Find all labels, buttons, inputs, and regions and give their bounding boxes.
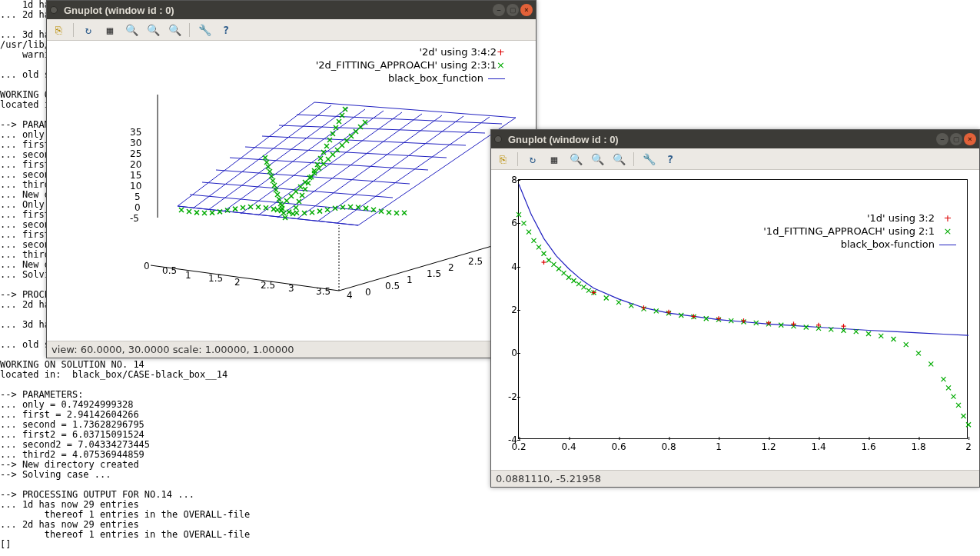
gnuplot-window-2d: Gnuplot (window id : 0) – ▢ × ⎘ ↻ ▦ 🔍 🔍 … — [490, 129, 980, 488]
status-text: 0.0881110, -5.21958 — [496, 473, 601, 484]
grid-icon[interactable]: ▦ — [547, 152, 561, 166]
zoom-fit-icon[interactable]: 🔍 — [612, 152, 626, 166]
legend-2d: '1d' using 3:2+'1d_FITTING_APPROACH' usi… — [763, 211, 956, 251]
app-icon — [494, 135, 502, 143]
svg-line-8 — [337, 117, 490, 223]
svg-line-14 — [245, 147, 447, 158]
statusbar: 0.0881110, -5.21958 — [491, 470, 979, 487]
statusbar: view: 60.0000, 30.0000 scale: 1.00000, 1… — [47, 341, 536, 358]
refresh-icon[interactable]: ↻ — [81, 23, 95, 37]
toolbar: ⎘ ↻ ▦ 🔍 🔍 🔍 🔧 ? — [47, 19, 536, 41]
surface-plot — [47, 41, 536, 339]
copy-icon[interactable]: ⎘ — [51, 23, 65, 37]
maximize-button[interactable]: ▢ — [507, 4, 519, 16]
plot-area-2d[interactable]: -4-2024680.20.40.60.811.21.41.61.82 '1d'… — [491, 170, 979, 470]
zoom-in-icon[interactable]: 🔍 — [125, 23, 138, 37]
grid-icon[interactable]: ▦ — [103, 23, 117, 37]
maximize-button[interactable]: ▢ — [950, 133, 962, 145]
close-button[interactable]: × — [964, 133, 976, 145]
legend-3d: '2d' using 3:4:2+'2d_FITTING_APPROACH' u… — [316, 45, 505, 85]
plot-area-3d[interactable]: -5 0 5 10 15 20 25 30 35 0 0.5 1 1.5 2 2… — [47, 41, 536, 341]
toolbar: ⎘ ↻ ▦ 🔍 🔍 🔍 🔧 ? — [491, 148, 979, 170]
titlebar[interactable]: Gnuplot (window id : 0) – ▢ × — [47, 1, 536, 19]
minimize-button[interactable]: – — [936, 133, 948, 145]
help-icon[interactable]: ? — [219, 23, 233, 37]
minimize-button[interactable]: – — [493, 4, 505, 16]
help-icon[interactable]: ? — [663, 152, 677, 166]
window-title: Gnuplot (window id : 0) — [64, 5, 493, 16]
settings-icon[interactable]: 🔧 — [642, 152, 656, 166]
gnuplot-window-3d: Gnuplot (window id : 0) – ▢ × ⎘ ↻ ▦ 🔍 🔍 … — [46, 0, 537, 358]
zoom-fit-icon[interactable]: 🔍 — [168, 23, 181, 37]
titlebar[interactable]: Gnuplot (window id : 0) – ▢ × — [491, 130, 979, 148]
copy-icon[interactable]: ⎘ — [496, 152, 510, 166]
svg-line-15 — [262, 136, 466, 145]
zoom-in-icon[interactable]: 🔍 — [569, 152, 583, 166]
window-title: Gnuplot (window id : 0) — [508, 134, 936, 145]
svg-line-0 — [193, 105, 331, 208]
settings-icon[interactable]: 🔧 — [198, 23, 211, 37]
zoom-out-icon[interactable]: 🔍 — [590, 152, 604, 166]
svg-line-2 — [224, 109, 365, 211]
zoom-out-icon[interactable]: 🔍 — [146, 23, 160, 37]
app-icon — [50, 6, 58, 14]
status-text: view: 60.0000, 30.0000 scale: 1.00000, 1… — [51, 344, 294, 355]
refresh-icon[interactable]: ↻ — [526, 152, 540, 166]
svg-line-3 — [241, 111, 384, 214]
close-button[interactable]: × — [520, 4, 533, 16]
